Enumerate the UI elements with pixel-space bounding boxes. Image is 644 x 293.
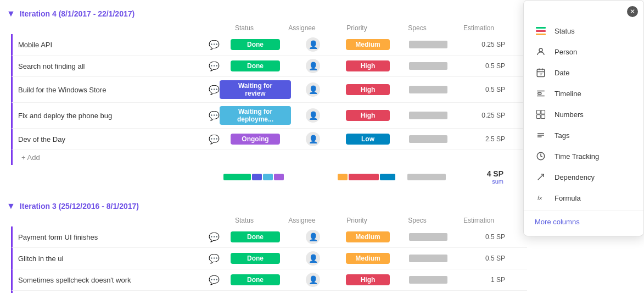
col-header-status: Status — [209, 24, 280, 32]
comment-icon[interactable]: 💬 — [209, 253, 220, 264]
specs-bar — [409, 62, 447, 70]
task-estimation-cell: 0.5 SP — [456, 62, 511, 70]
dropdown-item-formula[interactable]: fx Formula — [524, 187, 643, 208]
chevron-down-icon: ▼ — [7, 201, 15, 211]
chevron-down-icon: ▼ — [7, 9, 15, 19]
task-priority-cell: Medium — [335, 39, 401, 50]
specs-bar — [409, 276, 447, 284]
status-badge[interactable]: Waiting for review — [220, 80, 291, 99]
col-header-priority: Priority — [324, 24, 390, 32]
col-header-priority: Priority — [324, 217, 390, 224]
table-row: Glitch in the ui 💬 Done 👤 Medium 0.5 SP — [11, 248, 527, 269]
status-badge[interactable]: Waiting for deployme... — [220, 106, 291, 125]
task-specs-cell — [401, 255, 456, 262]
comment-icon[interactable]: 💬 — [209, 232, 220, 242]
task-assignee-cell: 👤 — [291, 251, 335, 266]
avatar[interactable]: 👤 — [306, 273, 320, 287]
task-name: Mobile API — [18, 41, 205, 49]
sum-specs-spacer — [399, 174, 454, 180]
add-task-button[interactable]: + Add — [11, 150, 527, 165]
dropdown-item-label: Date — [555, 69, 569, 77]
svg-rect-7 — [538, 93, 541, 95]
avatar[interactable]: 👤 — [306, 108, 320, 123]
task-estimation-cell: 0.25 SP — [456, 112, 511, 119]
more-columns-button[interactable]: More columns — [524, 213, 643, 230]
dropdown-item-person[interactable]: Person — [524, 41, 643, 62]
status-badge[interactable]: Done — [231, 231, 280, 242]
task-priority-cell: Medium — [335, 231, 401, 242]
dropdown-item-numbers[interactable]: Numbers — [524, 104, 643, 125]
close-button[interactable]: ✕ — [627, 6, 638, 17]
svg-rect-10 — [541, 110, 545, 114]
dropdown-divider — [524, 211, 643, 211]
svg-text:17: 17 — [540, 73, 543, 76]
comment-icon[interactable]: 💬 — [209, 134, 220, 145]
main-container: ▼ Iteration 4 (8/1/2017 - 22/1/2017) Sta… — [0, 0, 644, 293]
status-badge[interactable]: Done — [231, 274, 280, 285]
status-badge[interactable]: Done — [231, 39, 280, 50]
status-icon — [535, 25, 547, 37]
task-name: Build for the Windows Store — [18, 86, 205, 94]
avatar[interactable]: 👤 — [306, 251, 320, 266]
avatar[interactable]: 👤 — [306, 230, 320, 244]
priority-badge[interactable]: Medium — [346, 231, 390, 242]
svg-line-17 — [538, 174, 544, 180]
status-badge[interactable]: Ongoing — [231, 134, 280, 145]
iteration-3-header[interactable]: ▼ Iteration 3 (25/12/2016 - 8/1/2017) — [0, 198, 527, 214]
status-badge[interactable]: Done — [231, 60, 280, 71]
comment-icon[interactable]: 💬 — [209, 110, 220, 121]
status-badge[interactable]: Done — [231, 253, 280, 264]
task-name: Payment form UI finishes — [18, 233, 205, 241]
priority-badge[interactable]: Medium — [346, 39, 390, 50]
dropdown-item-label: Status — [555, 27, 575, 35]
specs-bar — [409, 112, 447, 119]
dropdown-item-date[interactable]: 17 Date — [524, 62, 643, 83]
task-assignee-cell: 👤 — [291, 37, 335, 52]
col-header-estimation: Estimation — [445, 24, 500, 32]
task-status-cell: Waiting for deployme... — [220, 106, 291, 125]
add-task-label: + Add — [21, 153, 40, 162]
dropdown-item-timeline[interactable]: Timeline — [524, 83, 643, 104]
task-status-cell: Ongoing — [220, 134, 291, 145]
sum-status-bar-ongoing — [274, 174, 284, 180]
specs-bar — [409, 255, 447, 262]
dropdown-item-tags[interactable]: Tags — [524, 125, 643, 146]
avatar[interactable]: 👤 — [306, 82, 320, 97]
col-headers-iter3: Status Assignee Priority Specs Estimatio… — [0, 214, 527, 226]
priority-badge[interactable]: High — [346, 60, 390, 71]
avatar[interactable]: 👤 — [306, 59, 320, 73]
priority-badge[interactable]: High — [346, 84, 390, 95]
sum-sp-value: 4 SP — [454, 169, 503, 178]
priority-badge[interactable]: High — [346, 274, 390, 285]
table-row: Mobile API 💬 Done 👤 Medium 0.25 SP — [11, 34, 527, 56]
task-status-cell: Done — [220, 60, 291, 71]
task-status-cell: Done — [220, 253, 291, 264]
person-icon — [535, 46, 547, 58]
comment-icon[interactable]: 💬 — [209, 275, 220, 285]
tags-icon — [535, 129, 547, 141]
dropdown-item-status[interactable]: Status — [524, 20, 643, 41]
priority-badge[interactable]: Low — [346, 134, 390, 145]
iteration-4-header[interactable]: ▼ Iteration 4 (8/1/2017 - 22/1/2017) — [0, 5, 527, 22]
sum-status-bar-deploy — [263, 174, 273, 180]
avatar[interactable]: 👤 — [306, 37, 320, 52]
table-row: Fix and deploy the phone bug 💬 Waiting f… — [11, 103, 527, 129]
priority-badge[interactable]: Medium — [346, 253, 390, 264]
dropdown-item-time-tracking[interactable]: Time Tracking — [524, 146, 643, 167]
specs-bar — [409, 86, 447, 93]
comment-icon[interactable]: 💬 — [209, 85, 220, 95]
dropdown-item-dependency[interactable]: Dependency — [524, 167, 643, 187]
col-header-specs: Specs — [390, 217, 445, 224]
comment-icon[interactable]: 💬 — [209, 40, 220, 50]
col-header-estimation: Estimation — [445, 217, 500, 224]
task-assignee-cell: 👤 — [291, 108, 335, 123]
task-priority-cell: Low — [335, 134, 401, 145]
priority-badge[interactable]: High — [346, 110, 390, 121]
task-name: Glitch in the ui — [18, 255, 205, 263]
task-specs-cell — [401, 112, 456, 119]
dropdown-item-label: Timeline — [555, 90, 581, 98]
dropdown-item-label: Dependency — [555, 173, 595, 181]
task-name-cell: Dev of the Day 💬 — [13, 134, 220, 145]
comment-icon[interactable]: 💬 — [209, 61, 220, 71]
avatar[interactable]: 👤 — [306, 132, 320, 146]
